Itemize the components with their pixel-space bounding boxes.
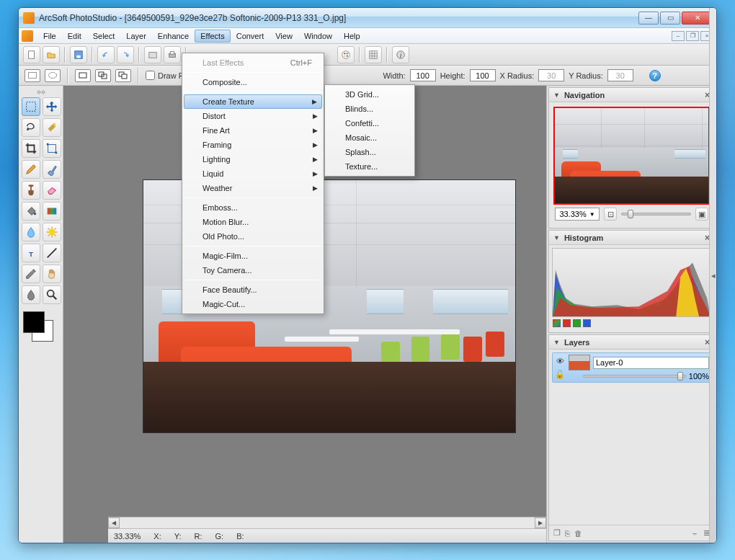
eyedropper-tool[interactable] bbox=[22, 265, 40, 283]
menu-item-lighting[interactable]: Lighting▶ bbox=[184, 152, 322, 166]
palette-button[interactable] bbox=[337, 46, 355, 63]
paint-bucket-tool[interactable] bbox=[22, 202, 40, 221]
layer-row[interactable]: 👁 🔓 100% bbox=[552, 352, 711, 383]
zoom-slider[interactable] bbox=[621, 213, 691, 215]
submenu-item-splash[interactable]: Splash... bbox=[326, 145, 413, 159]
channel-red-button[interactable] bbox=[563, 319, 571, 327]
dodge-tool[interactable] bbox=[43, 223, 61, 241]
submenu-item-blinds[interactable]: Blinds... bbox=[326, 102, 413, 116]
menu-item-composite[interactable]: Composite... bbox=[184, 75, 322, 89]
menu-select[interactable]: Select bbox=[87, 30, 121, 43]
menu-item-magic-cut[interactable]: Magic-Cut... bbox=[184, 297, 322, 311]
grid-toggle-button[interactable] bbox=[365, 46, 382, 63]
zoom-actual-button[interactable]: ⊡ bbox=[604, 208, 617, 221]
print-button[interactable] bbox=[164, 46, 181, 63]
menu-item-create-texture[interactable]: Create Texture▶ bbox=[184, 94, 322, 109]
selection-new-button[interactable] bbox=[75, 69, 91, 82]
layer-name-input[interactable] bbox=[593, 357, 709, 369]
menu-enhance[interactable]: Enhance bbox=[152, 30, 195, 43]
menu-item-distort[interactable]: Distort▶ bbox=[184, 109, 322, 123]
zoom-percent-dropdown[interactable]: 33.33%▼ bbox=[555, 208, 600, 221]
selection-subtract-button[interactable] bbox=[115, 69, 131, 82]
move-tool[interactable] bbox=[43, 97, 61, 116]
menu-item-motion-blur[interactable]: Motion Blur... bbox=[184, 215, 322, 229]
panel-dock-expander[interactable]: ◂ bbox=[709, 86, 716, 543]
selection-add-button[interactable] bbox=[95, 69, 111, 82]
new-file-button[interactable] bbox=[23, 46, 40, 63]
scroll-right-button[interactable]: ▶ bbox=[535, 517, 546, 528]
submenu-item-texture[interactable]: Texture... bbox=[326, 159, 413, 174]
titlebar[interactable]: ArcSoft PhotoStudio - [3649500591_929e3c… bbox=[19, 8, 716, 28]
mdi-minimize-button[interactable]: – bbox=[672, 31, 685, 41]
mdi-restore-button[interactable]: ❐ bbox=[686, 31, 699, 41]
clone-stamp-tool[interactable] bbox=[22, 181, 40, 200]
channel-rgb-button[interactable] bbox=[553, 319, 561, 327]
menu-item-fine-art[interactable]: Fine Art▶ bbox=[184, 123, 322, 138]
layer-visibility-toggle[interactable]: 👁 bbox=[554, 355, 566, 367]
transform-tool[interactable] bbox=[43, 139, 61, 158]
layer-opacity-slider[interactable] bbox=[583, 375, 686, 378]
menu-view[interactable]: View bbox=[270, 30, 298, 43]
navigation-panel-header[interactable]: ▼Navigation× bbox=[549, 88, 714, 102]
open-file-button[interactable] bbox=[43, 46, 60, 63]
delete-layer-button[interactable]: 🗑 bbox=[574, 529, 582, 538]
duplicate-layer-button[interactable]: ⎘ bbox=[565, 529, 570, 538]
eraser-tool[interactable] bbox=[43, 181, 61, 200]
menu-item-liquid[interactable]: Liquid▶ bbox=[184, 166, 322, 181]
line-tool[interactable] bbox=[43, 244, 61, 262]
menu-item-emboss[interactable]: Emboss... bbox=[184, 200, 322, 215]
minimize-button[interactable]: — bbox=[638, 12, 659, 25]
menu-item-last-effects[interactable]: Last EffectsCtrl+F bbox=[184, 55, 322, 70]
smudge-tool[interactable] bbox=[22, 285, 40, 304]
menu-window[interactable]: Window bbox=[298, 30, 338, 43]
menu-item-toy-camera[interactable]: Toy Camera... bbox=[184, 263, 322, 277]
text-tool[interactable]: T bbox=[22, 244, 40, 262]
foreground-color-swatch[interactable] bbox=[23, 311, 45, 333]
layers-panel-header[interactable]: ▼Layers× bbox=[549, 335, 714, 350]
lasso-tool[interactable] bbox=[22, 118, 40, 137]
shape-ellipse-button[interactable] bbox=[45, 69, 61, 82]
menu-item-magic-film[interactable]: Magic-Film... bbox=[184, 249, 322, 263]
xradius-input[interactable] bbox=[538, 69, 564, 81]
brush-tool[interactable] bbox=[43, 160, 61, 179]
submenu-item-3d-grid[interactable]: 3D Grid... bbox=[326, 87, 413, 102]
acquire-button[interactable] bbox=[144, 46, 161, 63]
undo-button[interactable] bbox=[97, 46, 115, 63]
histogram-panel-header[interactable]: ▼Histogram× bbox=[549, 231, 714, 245]
new-layer-button[interactable]: ❐ bbox=[553, 528, 561, 538]
merge-down-button[interactable]: ⫟ bbox=[691, 529, 699, 538]
channel-blue-button[interactable] bbox=[583, 319, 591, 327]
menu-item-face-beautify[interactable]: Face Beautify... bbox=[184, 283, 322, 297]
info-button[interactable]: i bbox=[392, 46, 409, 63]
menu-item-framing[interactable]: Framing▶ bbox=[184, 138, 322, 152]
menu-layer[interactable]: Layer bbox=[120, 30, 152, 43]
submenu-item-mosaic[interactable]: Mosaic... bbox=[326, 130, 413, 145]
save-button[interactable] bbox=[70, 46, 87, 63]
yradius-input[interactable] bbox=[607, 69, 633, 81]
height-input[interactable] bbox=[470, 69, 496, 81]
maximize-button[interactable]: ▭ bbox=[660, 12, 680, 25]
layer-thumbnail[interactable] bbox=[569, 355, 590, 370]
submenu-item-confetti[interactable]: Confetti... bbox=[326, 116, 413, 130]
marquee-rect-tool[interactable] bbox=[22, 97, 40, 116]
navigation-thumbnail[interactable] bbox=[553, 107, 710, 205]
channel-green-button[interactable] bbox=[573, 319, 581, 327]
pencil-tool[interactable] bbox=[22, 160, 40, 179]
zoom-tool[interactable] bbox=[43, 285, 61, 304]
menu-help[interactable]: Help bbox=[338, 30, 366, 43]
scroll-left-button[interactable]: ◀ bbox=[108, 517, 120, 528]
help-icon[interactable]: ? bbox=[649, 70, 661, 81]
blur-tool[interactable] bbox=[22, 223, 40, 241]
menu-item-weather[interactable]: Weather▶ bbox=[184, 181, 322, 195]
palette-handle[interactable] bbox=[22, 89, 60, 96]
layer-lock-toggle[interactable]: 🔓 bbox=[554, 368, 566, 380]
redo-button[interactable] bbox=[117, 46, 134, 63]
gradient-tool[interactable] bbox=[43, 202, 61, 221]
zoom-fit-button[interactable]: ▣ bbox=[695, 208, 708, 221]
crop-tool[interactable] bbox=[22, 139, 40, 158]
color-swatches[interactable] bbox=[22, 310, 60, 346]
width-input[interactable] bbox=[410, 69, 436, 81]
shape-rect-button[interactable] bbox=[24, 69, 40, 82]
menu-edit[interactable]: Edit bbox=[62, 30, 87, 43]
menu-item-old-photo[interactable]: Old Photo... bbox=[184, 229, 322, 244]
